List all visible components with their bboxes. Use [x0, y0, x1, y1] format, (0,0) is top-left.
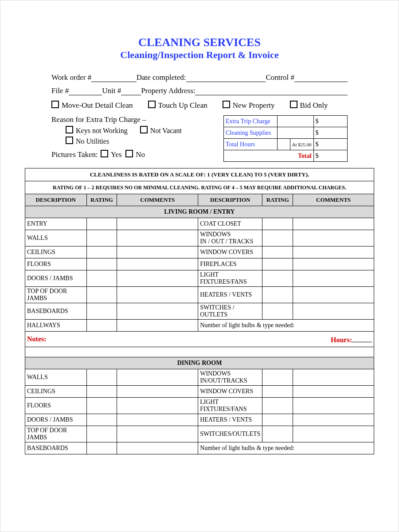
comment-cell[interactable]	[117, 303, 198, 320]
date-completed-input[interactable]	[186, 74, 266, 82]
comment-cell[interactable]	[117, 386, 198, 398]
comment-cell[interactable]	[117, 258, 198, 270]
rating-cell[interactable]	[86, 320, 117, 332]
hours-input[interactable]	[278, 139, 290, 150]
rating-cell[interactable]	[86, 426, 117, 442]
rating-cell[interactable]	[86, 398, 117, 414]
comment-cell[interactable]	[117, 246, 198, 258]
rating-cell[interactable]	[262, 246, 293, 258]
rating-cell[interactable]	[86, 270, 117, 287]
comment-cell[interactable]	[117, 218, 198, 230]
section-dining-title: DINING ROOM	[25, 357, 374, 369]
comment-cell[interactable]	[293, 369, 374, 386]
comment-cell[interactable]	[117, 230, 198, 246]
notes-label[interactable]: Notes:	[25, 332, 198, 347]
rating-cell[interactable]	[262, 426, 293, 442]
rating-cell[interactable]	[86, 442, 117, 454]
notvacant-checkbox[interactable]	[140, 126, 148, 133]
supplies-input[interactable]	[278, 127, 313, 139]
rating-cell[interactable]	[262, 414, 293, 426]
extra-trip-input[interactable]	[278, 116, 313, 127]
moveout-checkbox[interactable]	[51, 101, 59, 108]
noutil-label: No Utilities	[76, 137, 109, 145]
work-order-input[interactable]	[91, 74, 136, 82]
rating-cell[interactable]	[86, 386, 117, 398]
rating-cell[interactable]	[262, 258, 293, 270]
hours-field[interactable]: Hours:	[198, 332, 374, 347]
rating-cell[interactable]	[262, 303, 293, 320]
desc-cell: FIREPLACES	[198, 258, 262, 270]
desc-cell: TOP OF DOOR JAMBS	[25, 287, 87, 303]
col-comments-r: COMMENTS	[293, 194, 374, 206]
desc-cell: BASEBOARDS	[25, 303, 87, 320]
comment-cell[interactable]	[293, 303, 374, 320]
comment-cell[interactable]	[117, 442, 198, 454]
total-amount[interactable]: $	[313, 150, 347, 162]
hours-rate: At $25.00	[290, 139, 313, 150]
comment-cell[interactable]	[117, 426, 198, 442]
rating-cell[interactable]	[86, 287, 117, 303]
comment-cell[interactable]	[117, 270, 198, 287]
comment-cell[interactable]	[293, 246, 374, 258]
pic-yes-label: Yes	[111, 150, 122, 159]
desc-cell: SWITCHES / OUTLETS	[198, 303, 262, 320]
unit-input[interactable]	[121, 87, 141, 95]
desc-cell: DOORS / JAMBS	[25, 270, 87, 287]
rating-cell[interactable]	[86, 303, 117, 320]
comment-cell[interactable]	[293, 287, 374, 303]
rating-cell[interactable]	[86, 230, 117, 246]
comment-cell[interactable]	[293, 218, 374, 230]
comment-cell[interactable]	[293, 270, 374, 287]
desc-cell: FLOORS	[25, 258, 87, 270]
rating-cell[interactable]	[86, 246, 117, 258]
comment-cell[interactable]	[117, 320, 198, 332]
rating-cell[interactable]	[262, 398, 293, 414]
comment-cell[interactable]	[117, 287, 198, 303]
control-input[interactable]	[294, 74, 348, 82]
touchup-checkbox[interactable]	[148, 101, 156, 108]
hours-amount[interactable]: $	[313, 139, 347, 150]
desc-cell: WINDOWSIN / OUT / TRACKS	[198, 230, 262, 246]
pic-yes-checkbox[interactable]	[101, 150, 108, 157]
keys-checkbox[interactable]	[66, 126, 73, 133]
rating-cell[interactable]	[262, 287, 293, 303]
col-desc-l: DESCRIPTION	[25, 194, 87, 206]
rating-cell[interactable]	[262, 230, 293, 246]
property-input[interactable]	[195, 87, 348, 95]
comment-cell[interactable]	[293, 426, 374, 442]
comment-cell[interactable]	[293, 414, 374, 426]
desc-cell: HEATERS / VENTS	[198, 287, 262, 303]
pic-no-checkbox[interactable]	[125, 150, 133, 157]
rating-cell[interactable]	[86, 258, 117, 270]
doc-subtitle: Cleaning/Inspection Report & Invoice	[25, 49, 374, 61]
rating-cell[interactable]	[262, 218, 293, 230]
desc-cell: HEATERS / VENTS	[198, 414, 262, 426]
newproperty-checkbox[interactable]	[223, 101, 230, 108]
comment-cell[interactable]	[293, 230, 374, 246]
spacer	[25, 347, 374, 357]
noutil-checkbox[interactable]	[66, 137, 73, 144]
bulbs-note[interactable]: Number of light bulbs & type needed:	[198, 320, 374, 332]
hours-label: Total Hours	[224, 139, 278, 150]
pictures-label: Pictures Taken:	[51, 150, 98, 159]
rating-cell[interactable]	[86, 218, 117, 230]
touchup-label: Touch Up Clean	[158, 101, 207, 110]
bulbs-note[interactable]: Number of light bulbs & type needed:	[198, 442, 374, 454]
rating-cell[interactable]	[262, 386, 293, 398]
rating-cell[interactable]	[86, 369, 117, 386]
comment-cell[interactable]	[117, 398, 198, 414]
file-input[interactable]	[69, 87, 102, 95]
desc-cell: CEILINGS	[25, 386, 87, 398]
desc-cell: DOORS / JAMBS	[25, 414, 87, 426]
comment-cell[interactable]	[293, 398, 374, 414]
comment-cell[interactable]	[117, 414, 198, 426]
extra-trip-amount[interactable]: $	[313, 116, 347, 127]
supplies-amount[interactable]: $	[313, 127, 347, 139]
comment-cell[interactable]	[293, 386, 374, 398]
comment-cell[interactable]	[293, 258, 374, 270]
rating-cell[interactable]	[86, 414, 117, 426]
bidonly-checkbox[interactable]	[290, 101, 297, 108]
comment-cell[interactable]	[117, 369, 198, 386]
rating-cell[interactable]	[262, 270, 293, 287]
rating-cell[interactable]	[262, 369, 293, 386]
